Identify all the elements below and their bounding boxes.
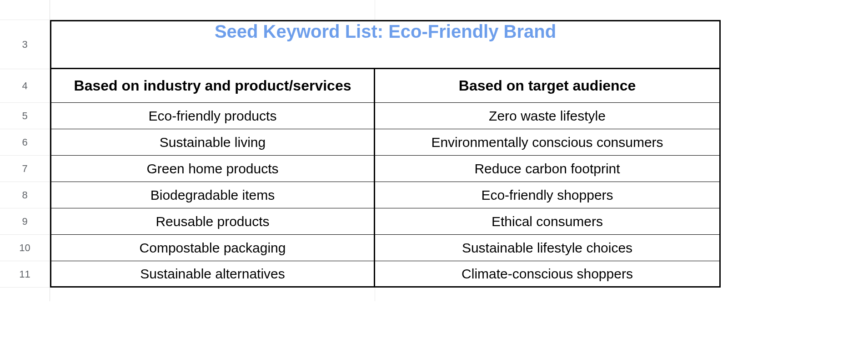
table-row: 5 Eco-friendly products Zero waste lifes… [0, 103, 868, 129]
cell-industry[interactable]: Sustainable alternatives [50, 261, 375, 288]
table-row: 8 Biodegradable items Eco-friendly shopp… [0, 182, 868, 208]
row-number[interactable]: 6 [0, 129, 50, 156]
table-row: 11 Sustainable alternatives Climate-cons… [0, 261, 868, 288]
cell-blank-b[interactable] [50, 0, 375, 20]
cell-industry[interactable]: Biodegradable items [50, 182, 375, 208]
table-row: 10 Compostable packaging Sustainable lif… [0, 235, 868, 261]
cell-rest[interactable] [721, 69, 868, 103]
row-number[interactable]: 9 [0, 208, 50, 235]
row-number[interactable]: 8 [0, 182, 50, 208]
spreadsheet-grid[interactable]: 3 Seed Keyword List: Eco-Friendly Brand … [0, 0, 868, 301]
cell-audience[interactable]: Climate-conscious shoppers [375, 261, 721, 288]
table-row: 7 Green home products Reduce carbon foot… [0, 156, 868, 182]
cell-industry[interactable]: Sustainable living [50, 129, 375, 156]
cell-blank-c[interactable] [375, 288, 721, 301]
header-audience[interactable]: Based on target audience [375, 69, 721, 103]
row-number[interactable]: 11 [0, 261, 50, 288]
row-number-blank [0, 288, 50, 301]
cell-rest[interactable] [721, 156, 868, 182]
cell-rest[interactable] [721, 20, 868, 69]
cell-blank-rest[interactable] [721, 0, 868, 20]
cell-industry[interactable]: Compostable packaging [50, 235, 375, 261]
row-number[interactable]: 3 [0, 20, 50, 69]
row-headers: 4 Based on industry and product/services… [0, 69, 868, 103]
cell-audience[interactable]: Ethical consumers [375, 208, 721, 235]
cell-audience[interactable]: Environmentally conscious consumers [375, 129, 721, 156]
cell-audience[interactable]: Eco-friendly shoppers [375, 182, 721, 208]
cell-industry[interactable]: Eco-friendly products [50, 103, 375, 129]
row-number[interactable]: 10 [0, 235, 50, 261]
cell-audience[interactable]: Zero waste lifestyle [375, 103, 721, 129]
row-title: 3 Seed Keyword List: Eco-Friendly Brand [0, 20, 868, 69]
cell-blank-b[interactable] [50, 288, 375, 301]
header-industry[interactable]: Based on industry and product/services [50, 69, 375, 103]
cell-rest[interactable] [721, 208, 868, 235]
row-number[interactable]: 5 [0, 103, 50, 129]
cell-industry[interactable]: Green home products [50, 156, 375, 182]
cell-rest[interactable] [721, 129, 868, 156]
table-row: 9 Reusable products Ethical consumers [0, 208, 868, 235]
cell-rest[interactable] [721, 103, 868, 129]
row-blank-bottom [0, 288, 868, 301]
row-number[interactable]: 7 [0, 156, 50, 182]
row-blank-top [0, 0, 868, 20]
title-cell[interactable]: Seed Keyword List: Eco-Friendly Brand [50, 20, 721, 69]
row-number-blank [0, 0, 50, 20]
cell-blank-c[interactable] [375, 0, 721, 20]
cell-industry[interactable]: Reusable products [50, 208, 375, 235]
cell-rest[interactable] [721, 182, 868, 208]
cell-audience[interactable]: Reduce carbon footprint [375, 156, 721, 182]
cell-rest[interactable] [721, 235, 868, 261]
cell-audience[interactable]: Sustainable lifestyle choices [375, 235, 721, 261]
row-number[interactable]: 4 [0, 69, 50, 103]
cell-blank-rest[interactable] [721, 288, 868, 301]
table-row: 6 Sustainable living Environmentally con… [0, 129, 868, 156]
cell-rest[interactable] [721, 261, 868, 288]
